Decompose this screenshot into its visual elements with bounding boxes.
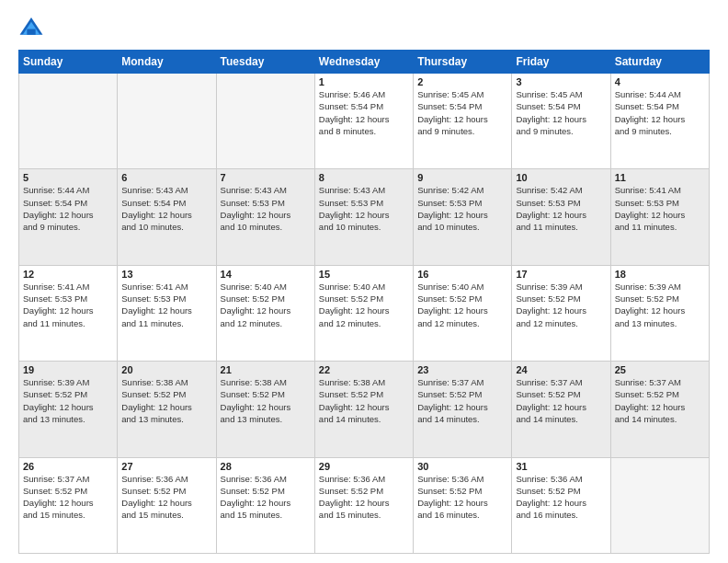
day-info: Sunrise: 5:43 AMSunset: 5:53 PMDaylight:…	[221, 184, 311, 233]
day-cell: 25Sunrise: 5:37 AMSunset: 5:52 PMDayligh…	[610, 362, 709, 457]
day-cell: 30Sunrise: 5:36 AMSunset: 5:52 PMDayligh…	[414, 457, 512, 553]
day-info: Sunrise: 5:40 AMSunset: 5:52 PMDaylight:…	[319, 281, 409, 329]
day-number: 6	[121, 172, 211, 183]
day-info: Sunrise: 5:46 AMSunset: 5:54 PMDaylight:…	[319, 88, 409, 137]
day-info: Sunrise: 5:45 AMSunset: 5:54 PMDaylight:…	[417, 88, 507, 137]
day-number: 12	[23, 269, 113, 280]
day-info: Sunrise: 5:37 AMSunset: 5:52 PMDaylight:…	[615, 376, 705, 425]
day-number: 29	[319, 461, 409, 472]
day-info: Sunrise: 5:41 AMSunset: 5:53 PMDaylight:…	[615, 184, 705, 233]
week-row-2: 5Sunrise: 5:44 AMSunset: 5:54 PMDaylight…	[19, 169, 710, 265]
day-number: 3	[516, 76, 606, 87]
day-info: Sunrise: 5:36 AMSunset: 5:52 PMDaylight:…	[417, 473, 507, 522]
day-number: 25	[615, 364, 705, 375]
week-row-3: 12Sunrise: 5:41 AMSunset: 5:53 PMDayligh…	[19, 265, 710, 361]
day-info: Sunrise: 5:37 AMSunset: 5:52 PMDaylight:…	[417, 376, 507, 425]
logo	[18, 15, 48, 40]
day-info: Sunrise: 5:41 AMSunset: 5:53 PMDaylight:…	[121, 281, 211, 329]
calendar: SundayMondayTuesdayWednesdayThursdayFrid…	[18, 50, 710, 554]
day-info: Sunrise: 5:44 AMSunset: 5:54 PMDaylight:…	[615, 88, 705, 137]
day-number: 2	[417, 76, 507, 87]
day-cell: 24Sunrise: 5:37 AMSunset: 5:52 PMDayligh…	[512, 362, 610, 457]
day-cell: 20Sunrise: 5:38 AMSunset: 5:52 PMDayligh…	[118, 362, 216, 457]
day-info: Sunrise: 5:37 AMSunset: 5:52 PMDaylight:…	[516, 376, 606, 425]
day-number: 14	[221, 269, 311, 280]
day-info: Sunrise: 5:36 AMSunset: 5:52 PMDaylight:…	[516, 473, 606, 522]
day-cell: 16Sunrise: 5:40 AMSunset: 5:52 PMDayligh…	[414, 265, 512, 361]
day-info: Sunrise: 5:42 AMSunset: 5:53 PMDaylight:…	[417, 184, 507, 233]
day-number: 16	[417, 269, 507, 280]
day-info: Sunrise: 5:42 AMSunset: 5:53 PMDaylight:…	[516, 184, 606, 233]
day-cell: 9Sunrise: 5:42 AMSunset: 5:53 PMDaylight…	[414, 169, 512, 265]
day-cell	[19, 74, 118, 169]
day-info: Sunrise: 5:37 AMSunset: 5:52 PMDaylight:…	[23, 473, 113, 522]
day-info: Sunrise: 5:39 AMSunset: 5:52 PMDaylight:…	[23, 376, 113, 425]
day-cell: 6Sunrise: 5:43 AMSunset: 5:54 PMDaylight…	[118, 169, 216, 265]
day-info: Sunrise: 5:36 AMSunset: 5:52 PMDaylight:…	[121, 473, 211, 522]
day-cell: 17Sunrise: 5:39 AMSunset: 5:52 PMDayligh…	[512, 265, 610, 361]
day-cell: 4Sunrise: 5:44 AMSunset: 5:54 PMDaylight…	[610, 74, 709, 169]
day-info: Sunrise: 5:45 AMSunset: 5:54 PMDaylight:…	[516, 88, 606, 137]
day-cell: 1Sunrise: 5:46 AMSunset: 5:54 PMDaylight…	[314, 74, 413, 169]
day-cell: 8Sunrise: 5:43 AMSunset: 5:53 PMDaylight…	[314, 169, 413, 265]
day-cell: 22Sunrise: 5:38 AMSunset: 5:52 PMDayligh…	[314, 362, 413, 457]
day-cell: 18Sunrise: 5:39 AMSunset: 5:52 PMDayligh…	[610, 265, 709, 361]
day-cell	[610, 457, 709, 553]
day-cell	[216, 74, 314, 169]
day-cell	[118, 74, 216, 169]
day-cell: 19Sunrise: 5:39 AMSunset: 5:52 PMDayligh…	[19, 362, 118, 457]
day-number: 28	[221, 461, 311, 472]
day-cell: 13Sunrise: 5:41 AMSunset: 5:53 PMDayligh…	[118, 265, 216, 361]
page: SundayMondayTuesdayWednesdayThursdayFrid…	[0, 0, 728, 563]
day-info: Sunrise: 5:41 AMSunset: 5:53 PMDaylight:…	[23, 281, 113, 329]
day-number: 31	[516, 461, 606, 472]
day-number: 30	[417, 461, 507, 472]
day-cell: 26Sunrise: 5:37 AMSunset: 5:52 PMDayligh…	[19, 457, 118, 553]
day-cell: 29Sunrise: 5:36 AMSunset: 5:52 PMDayligh…	[314, 457, 413, 553]
weekday-header-row: SundayMondayTuesdayWednesdayThursdayFrid…	[19, 51, 710, 74]
day-number: 4	[615, 76, 705, 87]
day-info: Sunrise: 5:39 AMSunset: 5:52 PMDaylight:…	[615, 281, 705, 329]
day-cell: 15Sunrise: 5:40 AMSunset: 5:52 PMDayligh…	[314, 265, 413, 361]
day-cell: 27Sunrise: 5:36 AMSunset: 5:52 PMDayligh…	[118, 457, 216, 553]
day-number: 5	[23, 172, 113, 183]
weekday-header-tuesday: Tuesday	[216, 51, 314, 74]
weekday-header-thursday: Thursday	[414, 51, 512, 74]
header	[18, 15, 710, 40]
day-cell: 12Sunrise: 5:41 AMSunset: 5:53 PMDayligh…	[19, 265, 118, 361]
day-number: 1	[319, 76, 409, 87]
day-info: Sunrise: 5:40 AMSunset: 5:52 PMDaylight:…	[417, 281, 507, 329]
day-number: 10	[516, 172, 606, 183]
day-cell: 14Sunrise: 5:40 AMSunset: 5:52 PMDayligh…	[216, 265, 314, 361]
day-cell: 11Sunrise: 5:41 AMSunset: 5:53 PMDayligh…	[610, 169, 709, 265]
day-number: 22	[319, 364, 409, 375]
day-info: Sunrise: 5:39 AMSunset: 5:52 PMDaylight:…	[516, 281, 606, 329]
day-number: 20	[121, 364, 211, 375]
day-info: Sunrise: 5:38 AMSunset: 5:52 PMDaylight:…	[221, 376, 311, 425]
week-row-1: 1Sunrise: 5:46 AMSunset: 5:54 PMDaylight…	[19, 74, 710, 169]
day-number: 26	[23, 461, 113, 472]
week-row-5: 26Sunrise: 5:37 AMSunset: 5:52 PMDayligh…	[19, 457, 710, 553]
weekday-header-saturday: Saturday	[610, 51, 709, 74]
day-number: 13	[121, 269, 211, 280]
logo-icon	[18, 15, 44, 40]
day-number: 8	[319, 172, 409, 183]
day-number: 11	[615, 172, 705, 183]
weekday-header-sunday: Sunday	[19, 51, 118, 74]
day-info: Sunrise: 5:44 AMSunset: 5:54 PMDaylight:…	[23, 184, 113, 233]
day-info: Sunrise: 5:43 AMSunset: 5:54 PMDaylight:…	[121, 184, 211, 233]
day-number: 17	[516, 269, 606, 280]
day-cell: 21Sunrise: 5:38 AMSunset: 5:52 PMDayligh…	[216, 362, 314, 457]
day-info: Sunrise: 5:38 AMSunset: 5:52 PMDaylight:…	[319, 376, 409, 425]
day-cell: 2Sunrise: 5:45 AMSunset: 5:54 PMDaylight…	[414, 74, 512, 169]
day-info: Sunrise: 5:40 AMSunset: 5:52 PMDaylight:…	[221, 281, 311, 329]
day-cell: 31Sunrise: 5:36 AMSunset: 5:52 PMDayligh…	[512, 457, 610, 553]
weekday-header-monday: Monday	[118, 51, 216, 74]
day-number: 19	[23, 364, 113, 375]
day-number: 15	[319, 269, 409, 280]
day-number: 24	[516, 364, 606, 375]
weekday-header-friday: Friday	[512, 51, 610, 74]
day-cell: 10Sunrise: 5:42 AMSunset: 5:53 PMDayligh…	[512, 169, 610, 265]
day-info: Sunrise: 5:36 AMSunset: 5:52 PMDaylight:…	[319, 473, 409, 522]
svg-rect-2	[27, 29, 35, 35]
